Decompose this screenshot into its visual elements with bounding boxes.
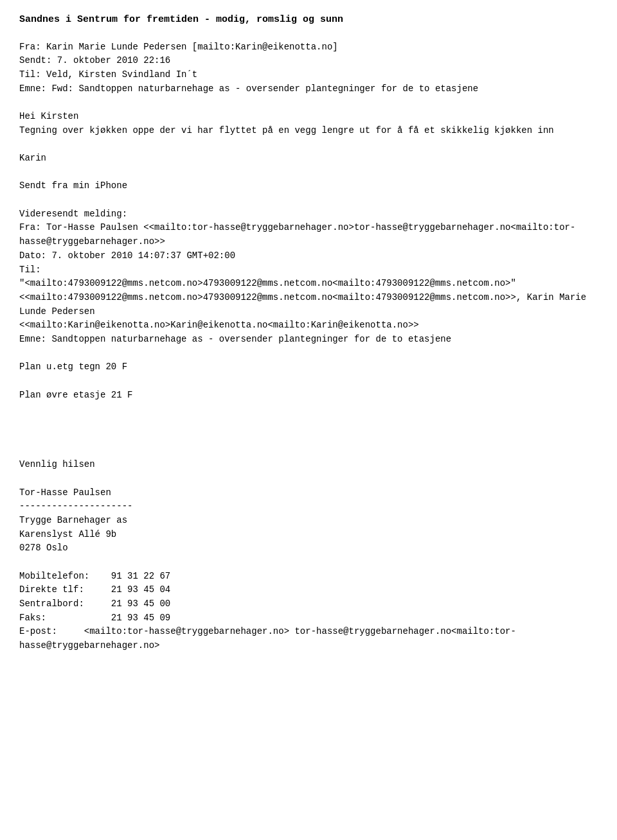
email-subject: Sandnes i Sentrum for fremtiden - modig,… (19, 13, 598, 28)
email-body: Fra: Karin Marie Lunde Pedersen [mailto:… (19, 40, 598, 653)
email-container: Sandnes i Sentrum for fremtiden - modig,… (19, 13, 598, 653)
